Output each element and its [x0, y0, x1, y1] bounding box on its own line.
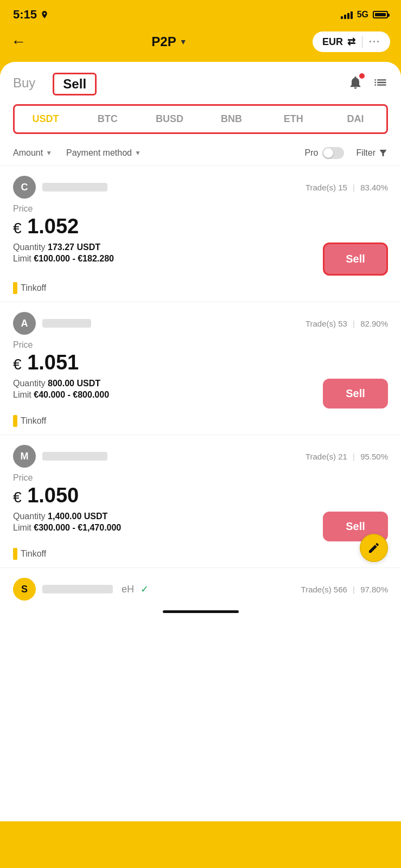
listing-3-trades-label: Trade(s)	[305, 452, 338, 461]
listing-3-details: Quantity 1,400.00 USDT Limit €300.000 - …	[13, 512, 388, 541]
listing-1-info: Quantity 173.27 USDT Limit €100.000 - €1…	[13, 242, 323, 265]
crypto-row: USDT BTC BUSD BNB ETH DAI	[13, 104, 388, 134]
listing-1-payment-name: Tinkoff	[21, 283, 46, 293]
listing-2-qty-value: 800.00 USDT	[48, 379, 100, 388]
filter-button[interactable]: Filter	[356, 148, 388, 158]
listing-1-details: Quantity 173.27 USDT Limit €100.000 - €1…	[13, 242, 388, 276]
crypto-eth[interactable]: ETH	[263, 111, 324, 127]
action-fab[interactable]	[360, 534, 388, 562]
listing-1-percent: 83.40%	[360, 183, 388, 192]
listing-partial-trades-label: Trade(s)	[301, 585, 334, 594]
listing-3-payment-name: Tinkoff	[21, 549, 46, 559]
listing-1-sell-button[interactable]: Sell	[323, 242, 388, 276]
notification-icon[interactable]	[348, 75, 363, 93]
listing-3: M Trade(s) 21 | 95.50% Price € 1.050 Qua…	[0, 435, 401, 568]
listing-3-price: € 1.050	[13, 484, 388, 507]
listing-2: A Trade(s) 53 | 82.90% Price € 1.051 Qua…	[0, 302, 401, 435]
listing-1-payment-dot	[13, 282, 17, 294]
crypto-usdt[interactable]: USDT	[15, 111, 77, 127]
listing-1-stats: Trade(s) 15 | 83.40%	[305, 183, 388, 192]
amount-filter[interactable]: Amount ▼	[13, 148, 52, 158]
home-bar	[163, 610, 239, 613]
amount-dropdown-arrow: ▼	[46, 149, 52, 157]
listing-3-qty: Quantity 1,400.00 USDT	[13, 512, 323, 521]
notification-badge	[359, 73, 365, 79]
clock: 5:15	[13, 8, 37, 22]
home-indicator	[0, 606, 401, 620]
listing-3-right: Sell	[323, 512, 388, 541]
tab-sell[interactable]: Sell	[53, 73, 97, 95]
listing-partial-stats: Trade(s) 566 | 97.80%	[301, 585, 388, 594]
battery-icon	[373, 11, 388, 18]
listing-3-trades-count: 21	[338, 452, 347, 461]
page-title: P2P	[151, 34, 176, 49]
header: ← P2P ▼ EUR ⇄ ···	[0, 26, 401, 62]
crypto-bnb[interactable]: BNB	[201, 111, 263, 127]
list-icon[interactable]	[373, 75, 388, 93]
tab-buy[interactable]: Buy	[13, 75, 35, 93]
location-icon	[40, 10, 49, 19]
currency-label: EUR	[322, 36, 343, 48]
listing-2-price-value: 1.051	[27, 351, 79, 374]
listing-2-sell-button[interactable]: Sell	[323, 379, 388, 409]
tabs-row: Buy Sell	[0, 62, 401, 95]
listing-1-trades-count: 15	[338, 183, 347, 192]
header-title: P2P ▼	[151, 34, 187, 49]
listing-3-qty-value: 1,400.00 USDT	[48, 512, 107, 521]
filter-label: Filter	[356, 148, 375, 158]
p2p-dropdown-arrow[interactable]: ▼	[180, 37, 187, 46]
listing-2-trades-label: Trade(s)	[305, 319, 338, 328]
listing-3-payment: Tinkoff	[13, 548, 388, 560]
listing-3-user: M	[13, 445, 107, 468]
currency-swap-icon: ⇄	[347, 36, 355, 48]
listing-1-price: € 1.052	[13, 215, 388, 238]
listing-3-header: M Trade(s) 21 | 95.50%	[13, 445, 388, 468]
listing-2-username	[42, 319, 91, 328]
listing-1-price-label: Price	[13, 204, 388, 214]
listing-partial-username	[42, 585, 113, 593]
listing-1-currency: €	[13, 220, 22, 237]
listing-1-price-value: 1.052	[27, 215, 79, 238]
listing-2-payment: Tinkoff	[13, 415, 388, 427]
listing-2-user: A	[13, 312, 91, 335]
listing-3-price-value: 1.050	[27, 484, 79, 507]
listing-3-avatar: M	[13, 445, 36, 468]
listing-3-limit-value: €300.000 - €1,470.000	[34, 523, 121, 532]
filter-icon	[378, 148, 388, 158]
listing-3-percent: 95.50%	[360, 452, 388, 461]
listing-2-payment-name: Tinkoff	[21, 416, 46, 426]
listing-partial-avatar: S	[13, 578, 36, 601]
payment-method-filter[interactable]: Payment method ▼	[66, 148, 141, 158]
listing-1-payment: Tinkoff	[13, 282, 388, 294]
pro-toggle-switch[interactable]	[322, 147, 344, 159]
listing-partial-user: S eH ✓	[13, 578, 149, 601]
listing-partial: S eH ✓ Trade(s) 566 | 97.80%	[0, 568, 401, 606]
toggle-thumb	[323, 148, 333, 158]
crypto-btc[interactable]: BTC	[77, 111, 138, 127]
listing-1: C Trade(s) 15 | 83.40% Price € 1.052 Qua…	[0, 166, 401, 302]
listing-3-username	[42, 452, 107, 461]
status-icons: 5G	[341, 10, 388, 20]
back-button[interactable]: ←	[11, 33, 26, 50]
more-options-icon[interactable]: ···	[369, 36, 380, 48]
listing-2-percent: 82.90%	[360, 319, 388, 328]
listing-2-avatar: A	[13, 312, 36, 335]
listing-partial-percent: 97.80%	[360, 585, 388, 594]
verified-icon: ✓	[141, 583, 149, 595]
listing-2-stats: Trade(s) 53 | 82.90%	[305, 319, 388, 328]
currency-selector[interactable]: EUR ⇄ ···	[313, 31, 390, 52]
crypto-busd[interactable]: BUSD	[138, 111, 200, 127]
payment-dropdown-arrow: ▼	[135, 149, 141, 157]
listing-1-username	[42, 183, 107, 192]
listing-3-stats: Trade(s) 21 | 95.50%	[305, 452, 388, 461]
listing-3-limit: Limit €300.000 - €1,470.000	[13, 523, 323, 533]
listing-3-payment-dot	[13, 548, 17, 560]
listing-1-limit: Limit €100.000 - €182.280	[13, 254, 323, 264]
status-bar: 5:15 5G	[0, 0, 401, 26]
status-time: 5:15	[13, 8, 49, 22]
main-card: Buy Sell USDT BTC BUSD BNB ETH DAI	[0, 62, 401, 821]
signal-bars	[341, 10, 353, 19]
listing-2-payment-dot	[13, 415, 17, 427]
listing-2-price: € 1.051	[13, 351, 388, 374]
crypto-dai[interactable]: DAI	[324, 111, 386, 127]
